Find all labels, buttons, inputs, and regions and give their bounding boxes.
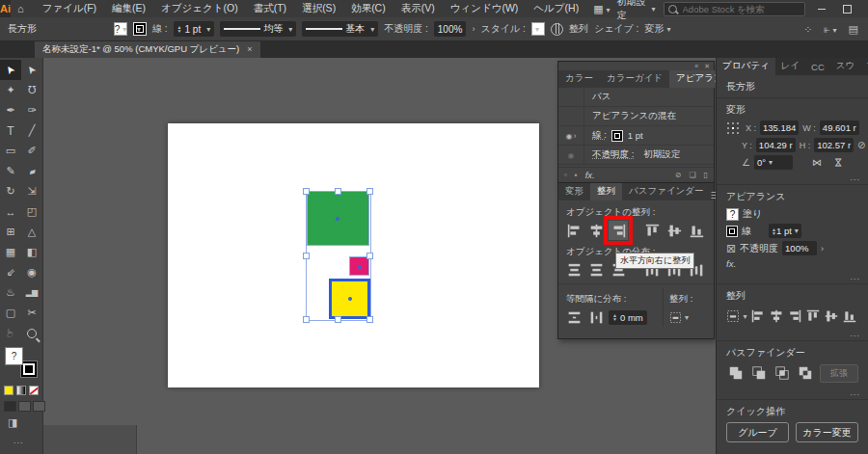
align-center-horizontal-button[interactable]	[586, 221, 606, 240]
slice-tool-icon[interactable]	[21, 303, 42, 323]
align-left-button[interactable]	[749, 307, 766, 326]
blend-tool-icon[interactable]	[21, 262, 42, 282]
panel-layout-icon[interactable]: ⫦	[824, 23, 836, 36]
tab-swatches[interactable]: スウ	[830, 58, 860, 75]
menu-window[interactable]: ウィンドウ(W)	[443, 2, 527, 15]
y-field[interactable]: 104.29 r	[756, 138, 796, 152]
menu-select[interactable]: 選択(S)	[294, 2, 343, 15]
align-left-button[interactable]	[564, 221, 583, 240]
tab-color[interactable]: カラー	[558, 70, 600, 88]
collapse-panel-icon[interactable]: «	[694, 63, 698, 69]
duplicate-item-icon[interactable]: ❏	[689, 171, 695, 179]
stroke-width-field[interactable]: ▲▼ 1 pt	[769, 224, 801, 238]
pathfinder-intersect-button[interactable]	[773, 363, 792, 383]
opacity-swatch-icon[interactable]	[726, 242, 736, 255]
align-center-horizontal-button[interactable]	[768, 307, 784, 326]
brush-dropdown[interactable]: 基本	[302, 21, 378, 37]
magic-wand-tool-icon[interactable]	[0, 80, 21, 100]
menu-type[interactable]: 書式(T)	[246, 2, 294, 15]
effects-button[interactable]: fx.	[726, 258, 736, 269]
search-input[interactable]	[681, 3, 800, 15]
symbol-sprayer-tool-icon[interactable]	[0, 282, 21, 303]
pathfinder-unite-button[interactable]	[726, 363, 746, 383]
vertical-space-button[interactable]	[564, 307, 583, 327]
style-swatch[interactable]	[531, 22, 545, 36]
appearance-more-button[interactable]: ...	[850, 272, 860, 281]
flip-horizontal-icon[interactable]	[812, 157, 822, 168]
type-tool-icon[interactable]	[0, 120, 21, 141]
close-button[interactable]: ✕	[864, 1, 868, 16]
screen-mode-icon[interactable]: ◨	[8, 416, 17, 429]
rotate-tool-icon[interactable]	[0, 181, 21, 201]
distribute-center-vertical-button[interactable]	[586, 260, 606, 280]
selection-handle[interactable]	[303, 316, 310, 323]
fill-stroke-indicator[interactable]: ?	[5, 347, 38, 378]
align-top-button[interactable]	[804, 307, 821, 326]
stroke-width-value[interactable]: 1 pt	[628, 130, 643, 141]
stroke-swatch[interactable]	[726, 226, 738, 237]
menu-object[interactable]: オブジェクト(O)	[153, 2, 246, 15]
tab-layers[interactable]: レイ	[775, 58, 805, 75]
shape-builder-tool-icon[interactable]	[0, 222, 21, 242]
expand-button[interactable]: 拡張	[820, 364, 858, 383]
angle-field[interactable]: 0°	[754, 155, 793, 170]
menu-effect[interactable]: 効果(C)	[343, 2, 393, 15]
add-effect-button[interactable]: fx.	[585, 170, 595, 180]
pathfinder-minus-front-button[interactable]	[749, 363, 769, 383]
hand-tool-icon[interactable]	[0, 323, 21, 343]
tab-close-icon[interactable]: ×	[247, 44, 252, 54]
align-bottom-button[interactable]	[687, 221, 706, 240]
pathfinder-more-button[interactable]: ...	[850, 387, 860, 397]
paintbrush-tool-icon[interactable]	[21, 141, 42, 161]
gradient-tool-icon[interactable]	[21, 242, 42, 262]
opacity-field[interactable]: 100%	[782, 241, 817, 255]
menu-edit[interactable]: 編集(E)	[104, 2, 153, 15]
recolor-button[interactable]: カラー変更	[796, 422, 858, 442]
selection-handle[interactable]	[303, 253, 310, 259]
add-fill-icon[interactable]: ▪	[575, 171, 578, 179]
add-stroke-icon[interactable]: ▫	[564, 171, 567, 179]
eraser-tool-icon[interactable]	[21, 161, 42, 181]
selection-tool-icon[interactable]	[0, 60, 21, 80]
tab-align[interactable]: 整列	[590, 183, 622, 200]
scale-tool-icon[interactable]	[21, 181, 42, 201]
fill-swatch[interactable]: ?	[726, 208, 739, 221]
h-field[interactable]: 102.57 r	[814, 138, 854, 152]
transform-more-button[interactable]: ...	[850, 173, 860, 182]
align-center-vertical-button[interactable]	[665, 221, 684, 240]
align-more-button[interactable]: ...	[850, 329, 860, 338]
toolbar-more-icon[interactable]: ...	[14, 436, 24, 445]
globe-icon[interactable]	[551, 23, 563, 36]
reference-point-icon[interactable]	[726, 121, 740, 135]
draw-inside-icon[interactable]	[33, 401, 45, 412]
x-field[interactable]: 135.184	[760, 120, 799, 135]
tab-color-guide[interactable]: カラーガイド	[600, 70, 669, 88]
selection-handle[interactable]	[303, 188, 310, 195]
draw-normal-icon[interactable]	[4, 401, 16, 412]
clear-appearance-icon[interactable]: ⊘	[675, 171, 682, 179]
curvature-tool-icon[interactable]	[21, 100, 42, 120]
pathfinder-exclude-button[interactable]	[796, 363, 815, 383]
stepper-icon[interactable]: ▲▼	[177, 25, 182, 33]
column-graph-tool-icon[interactable]	[21, 282, 42, 303]
document-tab[interactable]: 名称未設定-1* @ 50% (CMYK/GPU プレビュー) ×	[35, 40, 260, 58]
align-right-button[interactable]	[609, 221, 628, 240]
distribute-top-button[interactable]	[564, 260, 583, 280]
tab-brushes[interactable]: ブラ	[860, 58, 868, 75]
opacity-attribute-row[interactable]: 不透明度 : 初期設定	[558, 146, 714, 165]
stroke-attribute-row[interactable]: 線 : 1 pt	[558, 126, 714, 146]
group-button[interactable]: グループ	[726, 422, 789, 442]
selection-handle[interactable]	[366, 316, 373, 323]
rectangle-tool-icon[interactable]	[0, 141, 21, 161]
width-profile-dropdown[interactable]: 均等	[220, 21, 296, 37]
free-transform-tool-icon[interactable]	[21, 201, 42, 222]
align-top-button[interactable]	[642, 221, 662, 240]
expand-row-icon[interactable]	[573, 130, 576, 141]
minimize-button[interactable]	[813, 1, 831, 16]
eyedropper-tool-icon[interactable]	[0, 262, 21, 282]
opacity-link[interactable]: 不透明度 :	[584, 148, 634, 161]
color-swatch-button[interactable]	[4, 386, 14, 395]
direct-selection-tool-icon[interactable]	[21, 60, 42, 80]
stroke-link[interactable]: 線 :	[584, 129, 607, 142]
restore-button[interactable]	[838, 1, 856, 16]
